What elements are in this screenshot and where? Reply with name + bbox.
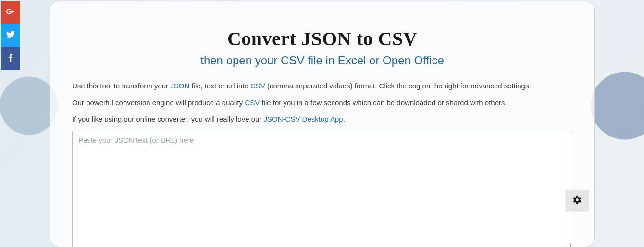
page-title: Convert JSON to CSV: [72, 27, 572, 50]
social-share-strip: [1, 1, 20, 70]
share-googleplus-button[interactable]: [1, 1, 20, 24]
text: .: [343, 115, 345, 123]
facebook-icon: [6, 53, 15, 64]
desktop-app-link[interactable]: JSON-CSV Desktop App: [264, 115, 343, 123]
text: file for you in a few seconds which can …: [260, 99, 507, 107]
text: Our powerful conversion engine will prod…: [72, 99, 245, 107]
twitter-icon: [6, 30, 15, 41]
advanced-settings-button[interactable]: [566, 190, 589, 211]
main-card: Convert JSON to CSV then open your CSV f…: [50, 1, 595, 247]
share-facebook-button[interactable]: [1, 47, 20, 70]
gear-icon: [572, 195, 582, 206]
intro-line-2: Our powerful conversion engine will prod…: [72, 98, 572, 109]
input-area: [72, 131, 572, 247]
text: (comma separated values) format. Click t…: [265, 82, 531, 90]
googleplus-icon: [6, 7, 15, 18]
csv-link[interactable]: CSV: [250, 82, 265, 90]
share-twitter-button[interactable]: [1, 24, 20, 47]
text: file, text or url into: [189, 82, 250, 90]
page-subtitle: then open your CSV file in Excel or Open…: [72, 54, 572, 67]
intro-line-1: Use this tool to transform your JSON fil…: [72, 81, 572, 92]
json-link[interactable]: JSON: [170, 82, 189, 90]
text: If you like using our online converter, …: [72, 115, 264, 123]
csv-link-2[interactable]: CSV: [245, 99, 260, 107]
intro-line-3: If you like using our online converter, …: [72, 114, 572, 125]
text: Use this tool to transform your: [72, 82, 170, 90]
json-input[interactable]: [72, 131, 572, 247]
